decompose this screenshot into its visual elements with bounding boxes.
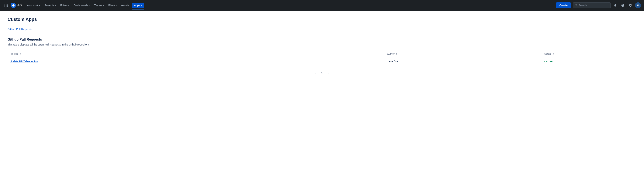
chevron-down-icon: ▾ [103, 4, 104, 7]
chevron-down-icon: ▾ [39, 4, 40, 7]
pr-table: PR Title ⇅ Author ⇅ Status ⇅ Update PR T… [8, 51, 636, 66]
bell-icon [614, 4, 617, 7]
main-content: Custom Apps Github Pull Requests Github … [0, 11, 644, 190]
svg-rect-5 [7, 5, 8, 6]
settings-button[interactable] [627, 2, 634, 8]
page-title: Custom Apps [8, 17, 636, 22]
nav-item-your-work[interactable]: Your work ▾ [24, 2, 42, 8]
table-row: Update PR Table to Jira Jane Doe CLOSED [8, 57, 636, 66]
tabs-container: Github Pull Requests [8, 26, 636, 33]
svg-rect-2 [7, 4, 8, 5]
status-badge: CLOSED [544, 60, 554, 63]
notifications-button[interactable] [612, 2, 618, 8]
sort-icon: ⇅ [553, 53, 554, 55]
svg-rect-8 [7, 6, 8, 7]
table-header-row: PR Title ⇅ Author ⇅ Status ⇅ [8, 51, 636, 57]
section-description: This table displays all the open Pull Re… [8, 43, 636, 46]
svg-rect-7 [6, 6, 6, 7]
nav-item-apps[interactable]: Apps ▾ [132, 3, 144, 8]
search-icon [575, 4, 578, 7]
help-icon [621, 4, 624, 7]
chevron-down-icon: ▾ [116, 4, 117, 7]
current-page[interactable]: 1 [319, 70, 325, 76]
top-navigation: Jira Your work ▾ Projects ▾ Filters ▾ Da… [0, 0, 644, 11]
sort-icon: ⇅ [396, 53, 398, 55]
chevron-down-icon: ▾ [68, 4, 69, 7]
section-title: Github Pull Requests [8, 38, 636, 42]
logo-text: Jira [17, 4, 22, 7]
pr-link[interactable]: Update PR Table to Jira [10, 60, 38, 63]
sort-icon: ⇅ [20, 53, 21, 55]
nav-item-dashboards[interactable]: Dashboards ▾ [72, 2, 92, 8]
nav-item-plans[interactable]: Plans ▾ [106, 2, 118, 8]
col-header-pr-title[interactable]: PR Title ⇅ [8, 51, 385, 57]
status-cell: CLOSED [542, 57, 636, 66]
svg-rect-3 [4, 5, 5, 6]
author-cell: Jane Doe [385, 57, 542, 66]
svg-rect-6 [4, 6, 5, 7]
col-header-author[interactable]: Author ⇅ [385, 51, 542, 57]
chevron-down-icon: ▾ [55, 4, 56, 7]
nav-item-teams[interactable]: Teams ▾ [92, 2, 106, 8]
avatar[interactable]: JS [635, 2, 641, 8]
grid-icon[interactable] [3, 2, 9, 8]
chevron-down-icon: ▾ [89, 4, 90, 7]
tab-github-pr[interactable]: Github Pull Requests [8, 26, 32, 33]
jira-logo[interactable]: Jira [10, 3, 22, 8]
create-button[interactable]: Create [556, 2, 571, 8]
pagination: ‹ 1 › [8, 70, 636, 76]
nav-item-filters[interactable]: Filters ▾ [58, 2, 71, 8]
next-page-button[interactable]: › [326, 70, 332, 76]
pr-title-cell: Update PR Table to Jira [8, 57, 385, 66]
svg-rect-4 [6, 5, 6, 6]
prev-page-button[interactable]: ‹ [312, 70, 318, 76]
nav-item-assets[interactable]: Assets [119, 2, 131, 8]
col-header-status[interactable]: Status ⇅ [542, 51, 636, 57]
chevron-down-icon: ▾ [141, 4, 142, 7]
search-bar[interactable] [573, 3, 611, 8]
svg-rect-0 [4, 4, 5, 5]
search-input[interactable] [578, 4, 609, 7]
help-button[interactable] [620, 2, 626, 8]
settings-icon [629, 4, 632, 7]
svg-rect-1 [6, 4, 6, 5]
nav-item-projects[interactable]: Projects ▾ [42, 2, 58, 8]
